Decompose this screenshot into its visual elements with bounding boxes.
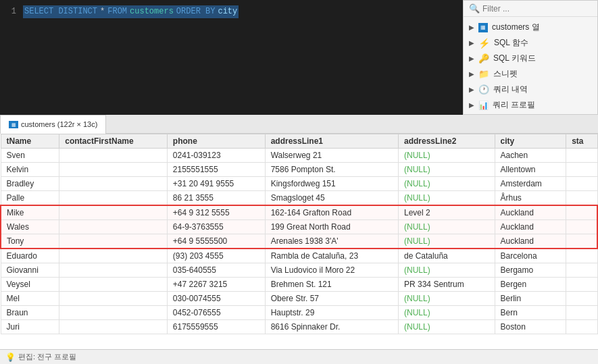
- filter-header[interactable]: 🔍: [464, 1, 597, 17]
- col-header-city: city: [495, 134, 566, 149]
- cell-phone: 2155551555: [167, 163, 265, 177]
- col-header-phone: phone: [167, 134, 265, 149]
- chevron-right-icon-2: ▶: [469, 39, 474, 47]
- cell-city: Auckland: [495, 234, 566, 249]
- bulb-icon: 💡: [5, 353, 16, 362]
- cell-city: Bergamo: [495, 263, 566, 278]
- cell-contactfirstname: [59, 149, 168, 163]
- cell-contactfirstname: [59, 278, 168, 292]
- filter-label-snippets: 스니펫: [493, 68, 518, 80]
- cell-phone: +64 9 312 5555: [167, 205, 265, 220]
- cell-tname: Bradley: [1, 177, 59, 191]
- cell-contactfirstname: [59, 163, 168, 177]
- filter-item-sql-keywords[interactable]: ▶ 🔑 SQL 키워드: [464, 51, 597, 66]
- cell-addressline1: 199 Great North Road: [265, 220, 398, 234]
- chevron-right-icon: ▶: [469, 24, 474, 31]
- cell-tname: Braun: [1, 306, 59, 320]
- table-row: Eduardo(93) 203 4555Rambla de Cataluña, …: [1, 249, 597, 263]
- cell-phone: 64-9-3763555: [167, 220, 265, 234]
- table-row: Braun0452-076555Hauptstr. 29(NULL)Bern: [1, 306, 597, 320]
- line-numbers: 1: [0, 0, 20, 115]
- cell-phone: 030-0074555: [167, 292, 265, 306]
- cell-addressline1: Obere Str. 57: [265, 292, 398, 306]
- status-bar: 💡 편집: 전구 프로필: [0, 349, 598, 364]
- filter-item-query-profile[interactable]: ▶ 📊 쿼리 프로필: [464, 97, 597, 113]
- cell-addressline2: (NULL): [399, 263, 495, 278]
- chevron-right-icon-3: ▶: [469, 55, 474, 62]
- cell-tname: Mel: [1, 292, 59, 306]
- filter-items: ▶ ▦ customers 열 ▶ ⚡ SQL 함수 ▶ 🔑 SQL 키워드 ▶…: [464, 17, 597, 115]
- cell-addressline2: (NULL): [399, 306, 495, 320]
- cell-sta: [566, 205, 597, 220]
- sql-editor[interactable]: 1 SELECT DISTINCT * FROM customers ORDER…: [0, 0, 598, 115]
- table-row: Giovanni035-640555Via Ludovico il Moro 2…: [1, 263, 597, 278]
- table-row: Kelvin21555515557586 Pompton St.(NULL)Al…: [1, 163, 597, 177]
- kw-from: FROM: [106, 5, 128, 18]
- cell-tname: Sven: [1, 149, 59, 163]
- cell-phone: (93) 203 4555: [167, 249, 265, 263]
- status-text: 편집: 전구 프로필: [18, 352, 76, 362]
- cell-addressline2: (NULL): [399, 149, 495, 163]
- folder-icon: 📁: [478, 69, 489, 79]
- cell-city: Barcelona: [495, 249, 566, 263]
- cell-contactfirstname: [59, 320, 168, 334]
- cell-phone: 6175559555: [167, 320, 265, 334]
- cell-addressline2: (NULL): [399, 220, 495, 234]
- cell-phone: 035-640555: [167, 263, 265, 278]
- search-icon: 🔍: [469, 3, 480, 14]
- cell-contactfirstname: [59, 177, 168, 191]
- tab-label: customers (122r × 13c): [21, 120, 97, 128]
- cell-addressline2: (NULL): [399, 177, 495, 191]
- cell-addressline1: Via Ludovico il Moro 22: [265, 263, 398, 278]
- cell-city: Auckland: [495, 205, 566, 220]
- cell-tname: Palle: [1, 191, 59, 206]
- cell-sta: [566, 278, 597, 292]
- cell-sta: [566, 177, 597, 191]
- results-tab[interactable]: ▦ customers (122r × 13c): [0, 115, 106, 134]
- filter-item-sql-functions[interactable]: ▶ ⚡ SQL 함수: [464, 35, 597, 51]
- cell-tname: Eduardo: [1, 249, 59, 263]
- cell-addressline1: Kingsfordweg 151: [265, 177, 398, 191]
- kw-city: city: [216, 5, 239, 18]
- filter-panel: 🔍 ▶ ▦ customers 열 ▶ ⚡ SQL 함수 ▶ 🔑 SQL 키워드…: [463, 0, 598, 115]
- cell-sta: [566, 163, 597, 177]
- cell-phone: +31 20 491 9555: [167, 177, 265, 191]
- filter-label-query-history: 쿼리 내역: [493, 84, 528, 95]
- cell-addressline2: (NULL): [399, 191, 495, 206]
- cell-sta: [566, 249, 597, 263]
- cell-addressline1: Smagsloget 45: [265, 191, 398, 206]
- filter-item-snippets[interactable]: ▶ 📁 스니펫: [464, 66, 597, 82]
- cell-addressline1: 7586 Pompton St.: [265, 163, 398, 177]
- cell-addressline1: Walserweg 21: [265, 149, 398, 163]
- filter-item-customers[interactable]: ▶ ▦ customers 열: [464, 20, 597, 35]
- cell-phone: 0241-039123: [167, 149, 265, 163]
- table-row: Sven0241-039123Walserweg 21(NULL)Aachen: [1, 149, 597, 163]
- col-header-addressline1: addressLine1: [265, 134, 398, 149]
- table-body: Sven0241-039123Walserweg 21(NULL)AachenK…: [1, 149, 597, 334]
- table-row: Mel030-0074555Obere Str. 57(NULL)Berlin: [1, 292, 597, 306]
- cell-sta: [566, 191, 597, 206]
- cell-contactfirstname: [59, 234, 168, 249]
- cell-city: Allentown: [495, 163, 566, 177]
- cell-addressline2: (NULL): [399, 163, 495, 177]
- filter-label-customers: customers 열: [492, 22, 540, 33]
- table-row: Mike+64 9 312 5555162-164 Grafton RoadLe…: [1, 205, 597, 220]
- key-icon: 🔑: [478, 53, 489, 63]
- cell-addressline2: (NULL): [399, 292, 495, 306]
- col-header-sta: sta: [566, 134, 597, 149]
- filter-item-query-history[interactable]: ▶ 🕐 쿼리 내역: [464, 82, 597, 97]
- cell-contactfirstname: [59, 292, 168, 306]
- cell-city: Århus: [495, 191, 566, 206]
- cell-tname: Kelvin: [1, 163, 59, 177]
- col-header-addressline2: addressLine2: [399, 134, 495, 149]
- cell-city: Boston: [495, 320, 566, 334]
- cell-contactfirstname: [59, 263, 168, 278]
- table-header-row: tName contactFirstName phone addressLine…: [1, 134, 597, 149]
- results-area[interactable]: tName contactFirstName phone addressLine…: [0, 134, 598, 349]
- cell-sta: [566, 149, 597, 163]
- chart-icon: 📊: [478, 101, 489, 110]
- cell-tname: Veysel: [1, 278, 59, 292]
- cell-addressline1: 162-164 Grafton Road: [265, 205, 398, 220]
- filter-input[interactable]: [482, 4, 592, 14]
- cell-city: Aachen: [495, 149, 566, 163]
